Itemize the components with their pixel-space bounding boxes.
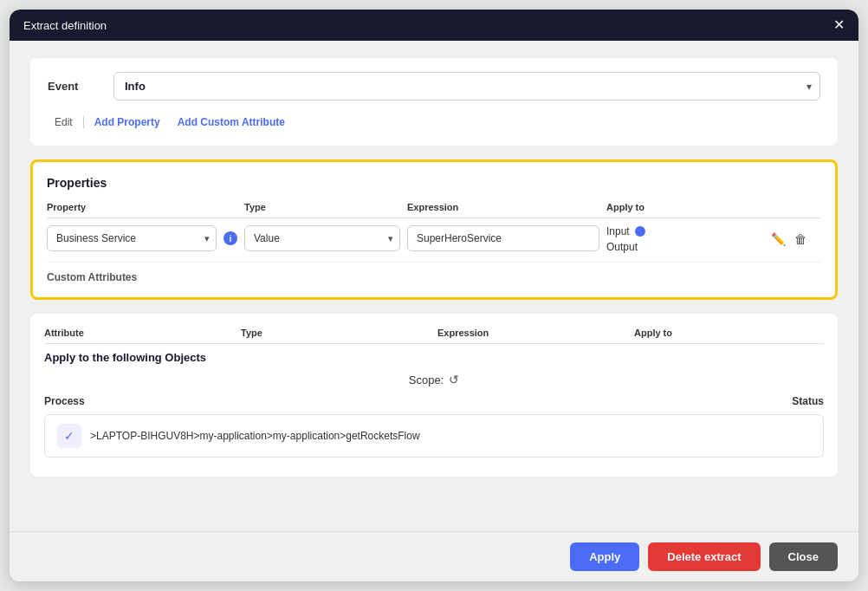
apply-objects-title: Apply to the following Objects <box>44 351 824 364</box>
status-col-label: Status <box>792 395 824 407</box>
apply-button[interactable]: Apply <box>570 542 639 571</box>
apply-to-output-label: Output <box>606 241 638 253</box>
edit-row-icon[interactable]: ✏️ <box>769 231 787 248</box>
event-card: Event Info Warning Error Debug Edit Add … <box>30 58 838 146</box>
apply-objects-section: Attribute Type Expression Apply to Apply… <box>30 314 838 477</box>
scope-label: Scope: <box>409 373 444 386</box>
actions-col-header <box>769 202 821 212</box>
modal-footer: Apply Delete extract Close <box>10 531 858 581</box>
event-field: Event Info Warning Error Debug <box>48 72 820 101</box>
add-property-button[interactable]: Add Property <box>87 113 167 132</box>
input-dot <box>635 226 645 237</box>
apply-to-input-label: Input <box>606 225 630 237</box>
properties-section-title: Properties <box>47 176 821 190</box>
close-button[interactable]: Close <box>769 542 838 571</box>
process-header: Process Status <box>44 395 824 407</box>
modal-header: Extract definition ✕ <box>10 10 858 41</box>
close-x-icon[interactable]: ✕ <box>833 18 845 32</box>
delete-extract-button[interactable]: Delete extract <box>648 542 760 571</box>
expression-col-header: Expression <box>407 202 599 212</box>
toolbar-divider <box>83 116 84 128</box>
info-badge: i <box>223 231 237 245</box>
custom-attrs-label: Custom Attributes <box>47 262 821 283</box>
refresh-icon[interactable]: ↺ <box>449 373 459 386</box>
type-select[interactable]: Value Expression <box>244 225 400 251</box>
process-path: >LAPTOP-BIHGUV8H>my-application>my-appli… <box>90 430 420 442</box>
type-col-header: Type <box>244 202 400 212</box>
properties-table-header: Property Type Expression Apply to <box>47 198 821 218</box>
scope-row: Scope: ↺ <box>44 373 824 386</box>
add-custom-attribute-button[interactable]: Add Custom Attribute <box>171 113 292 132</box>
row-actions: ✏️ 🗑 <box>769 225 821 248</box>
attr-col-header: Attribute <box>44 328 234 338</box>
properties-section: Properties Property Type Expression Appl… <box>30 159 838 300</box>
process-col-label: Process <box>44 395 85 407</box>
apply-to-col-header: Apply to <box>606 202 762 212</box>
modal-title: Extract definition <box>23 19 107 32</box>
property-col-header: Property <box>47 202 237 212</box>
event-select[interactable]: Info Warning Error Debug <box>113 72 820 101</box>
toolbar: Edit Add Property Add Custom Attribute <box>48 113 820 132</box>
attr-type-col-header: Type <box>241 328 431 338</box>
expression-input[interactable] <box>407 225 599 251</box>
attr-expr-col-header: Expression <box>437 328 627 338</box>
apply-to-output-row: Output <box>606 241 762 253</box>
property-select[interactable]: Business Service <box>47 225 217 251</box>
delete-row-icon[interactable]: 🗑 <box>793 231 808 248</box>
property-select-wrapper: Business Service <box>47 225 217 251</box>
process-checkbox[interactable]: ✓ <box>57 424 81 448</box>
event-label: Event <box>48 80 100 93</box>
attrs-table-header: Attribute Type Expression Apply to <box>44 328 824 344</box>
edit-button[interactable]: Edit <box>48 113 80 132</box>
attr-apply-col-header: Apply to <box>634 328 824 338</box>
modal-container: Extract definition ✕ Event Info Warning … <box>10 10 858 581</box>
footer-spacer <box>30 490 838 534</box>
event-select-wrapper: Info Warning Error Debug <box>113 72 820 101</box>
apply-to-input-row: Input <box>606 225 762 237</box>
type-select-wrapper: Value Expression <box>244 225 400 251</box>
property-row: Business Service i Value Expression <box>47 225 821 253</box>
apply-to-cell: Input Output <box>606 225 762 253</box>
modal-body: Event Info Warning Error Debug Edit Add … <box>10 41 858 575</box>
process-item: ✓ >LAPTOP-BIHGUV8H>my-application>my-app… <box>44 414 824 458</box>
